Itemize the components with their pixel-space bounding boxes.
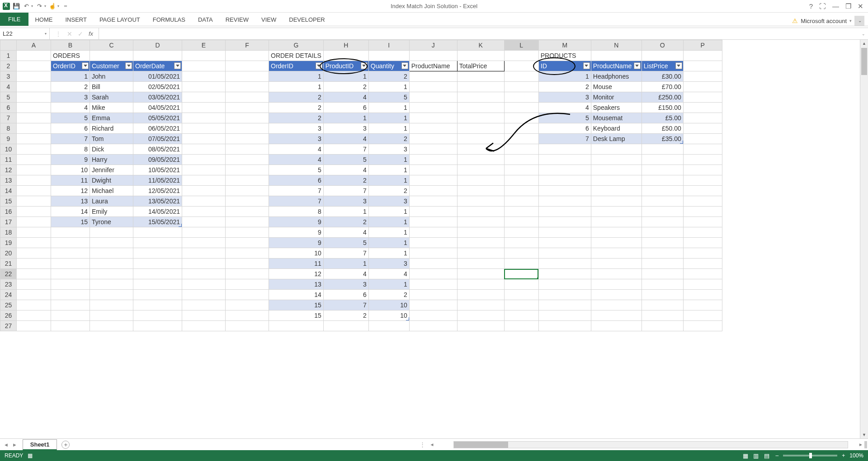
cell-F21[interactable]: [226, 259, 269, 269]
tab-developer[interactable]: DEVELOPER: [283, 14, 331, 26]
cell-F25[interactable]: [226, 300, 269, 310]
cell-A14[interactable]: [17, 186, 51, 196]
cell-A5[interactable]: [17, 92, 51, 103]
cell-K21[interactable]: [457, 259, 504, 269]
cell-L21[interactable]: [504, 259, 538, 269]
cell-O21[interactable]: [642, 259, 683, 269]
cell-E8[interactable]: [182, 123, 226, 134]
cell-B16[interactable]: 14: [51, 207, 90, 217]
cell-F23[interactable]: [226, 279, 269, 290]
cell-H11[interactable]: 5: [323, 155, 368, 165]
cell-H7[interactable]: 1: [323, 113, 368, 123]
cell-A20[interactable]: [17, 248, 51, 259]
row-header-26[interactable]: 26: [0, 310, 17, 321]
cell-P8[interactable]: [683, 123, 722, 134]
enter-formula-icon[interactable]: ✓: [78, 30, 83, 38]
cell-G1[interactable]: ORDER DETAILS: [269, 51, 324, 61]
column-header-I[interactable]: I: [368, 40, 409, 51]
cell-N5[interactable]: Monitor: [591, 92, 642, 103]
column-header-K[interactable]: K: [457, 40, 504, 51]
cell-H25[interactable]: 7: [323, 300, 368, 310]
cell-J22[interactable]: [409, 269, 457, 279]
cell-K4[interactable]: [457, 82, 504, 92]
cell-E15[interactable]: [182, 196, 226, 207]
tab-formulas[interactable]: FORMULAS: [146, 14, 192, 26]
cell-I9[interactable]: 2: [368, 134, 409, 144]
cell-E26[interactable]: [182, 310, 226, 321]
help-icon[interactable]: ?: [809, 2, 813, 10]
cell-I19[interactable]: 1: [368, 238, 409, 248]
cell-C25[interactable]: [90, 300, 133, 310]
cell-C15[interactable]: Laura: [90, 196, 133, 207]
insert-function-icon[interactable]: fx: [89, 30, 93, 37]
cell-K26[interactable]: [457, 310, 504, 321]
cell-L25[interactable]: [504, 300, 538, 310]
cell-E4[interactable]: [182, 82, 226, 92]
cell-P24[interactable]: [683, 290, 722, 300]
cell-M3[interactable]: 1: [538, 71, 591, 82]
row-header-27[interactable]: 27: [0, 321, 17, 331]
cell-D7[interactable]: 05/05/2021: [133, 113, 182, 123]
cell-I6[interactable]: 1: [368, 103, 409, 113]
cell-P14[interactable]: [683, 186, 722, 196]
cell-B6[interactable]: 4: [51, 103, 90, 113]
cell-L11[interactable]: [504, 155, 538, 165]
zoom-slider[interactable]: [783, 455, 837, 456]
cell-O4[interactable]: £70.00: [642, 82, 683, 92]
cell-E7[interactable]: [182, 113, 226, 123]
cell-D18[interactable]: [133, 227, 182, 238]
page-break-view-icon[interactable]: ▤: [762, 452, 771, 459]
cell-G11[interactable]: 4: [269, 155, 324, 165]
table-header-orderdate[interactable]: OrderDate: [133, 61, 182, 71]
cell-P22[interactable]: [683, 269, 722, 279]
cell-J25[interactable]: [409, 300, 457, 310]
cell-C16[interactable]: Emily: [90, 207, 133, 217]
cell-C1[interactable]: [90, 51, 133, 61]
cell-J3[interactable]: [409, 71, 457, 82]
cell-O18[interactable]: [642, 227, 683, 238]
cell-C13[interactable]: Dwight: [90, 175, 133, 186]
cell-P6[interactable]: [683, 103, 722, 113]
vertical-scrollbar[interactable]: ▲ ▼: [860, 40, 868, 438]
cell-N9[interactable]: Desk Lamp: [591, 134, 642, 144]
cell-K22[interactable]: [457, 269, 504, 279]
cell-F20[interactable]: [226, 248, 269, 259]
cell-D8[interactable]: 06/05/2021: [133, 123, 182, 134]
cell-B4[interactable]: 2: [51, 82, 90, 92]
cell-A22[interactable]: [17, 269, 51, 279]
qat-customize-icon[interactable]: ＝: [62, 3, 69, 10]
cell-G18[interactable]: 9: [269, 227, 324, 238]
cancel-formula-icon[interactable]: ✕: [67, 30, 72, 38]
cell-A21[interactable]: [17, 259, 51, 269]
cell-G20[interactable]: 10: [269, 248, 324, 259]
cell-I10[interactable]: 3: [368, 144, 409, 155]
cell-N21[interactable]: [591, 259, 642, 269]
cell-L3[interactable]: [504, 71, 538, 82]
cell-P26[interactable]: [683, 310, 722, 321]
cell-M21[interactable]: [538, 259, 591, 269]
cell-E10[interactable]: [182, 144, 226, 155]
cell-N15[interactable]: [591, 196, 642, 207]
cell-B25[interactable]: [51, 300, 90, 310]
cell-H9[interactable]: 4: [323, 134, 368, 144]
cell-P13[interactable]: [683, 175, 722, 186]
cell-A25[interactable]: [17, 300, 51, 310]
cell-E11[interactable]: [182, 155, 226, 165]
cell-K25[interactable]: [457, 300, 504, 310]
cell-O1[interactable]: [642, 51, 683, 61]
restore-icon[interactable]: ❐: [845, 2, 851, 10]
cell-E2[interactable]: [182, 61, 226, 71]
cell-H14[interactable]: 7: [323, 186, 368, 196]
cell-F11[interactable]: [226, 155, 269, 165]
cell-L20[interactable]: [504, 248, 538, 259]
cell-N6[interactable]: Speakers: [591, 103, 642, 113]
cell-G9[interactable]: 3: [269, 134, 324, 144]
cell-K2[interactable]: TotalPrice: [457, 61, 504, 71]
cell-H20[interactable]: 7: [323, 248, 368, 259]
cell-L26[interactable]: [504, 310, 538, 321]
column-header-N[interactable]: N: [591, 40, 642, 51]
cell-L6[interactable]: [504, 103, 538, 113]
cell-A19[interactable]: [17, 238, 51, 248]
touch-mode-icon[interactable]: ☝: [49, 3, 56, 10]
table-header-customer[interactable]: Customer: [90, 61, 133, 71]
